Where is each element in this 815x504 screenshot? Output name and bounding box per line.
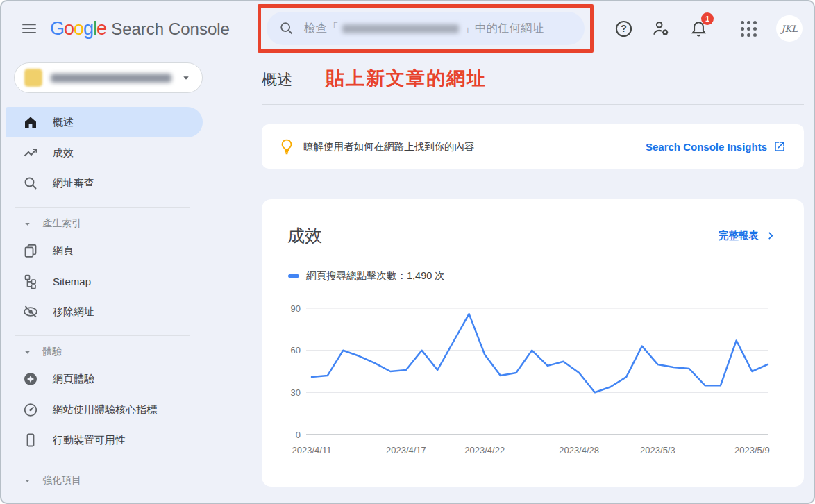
sidebar-item-performance[interactable]: 成效 bbox=[1, 137, 204, 168]
sidebar-section-experience[interactable]: 體驗 bbox=[1, 340, 204, 364]
section-label: 體驗 bbox=[42, 346, 62, 358]
app-logo[interactable]: Google Search Console bbox=[50, 18, 230, 40]
main-content: 概述 貼上新文章的網址 瞭解使用者如何在網路上找到你的內容 Search Con… bbox=[204, 56, 814, 487]
sidebar-section-indexing[interactable]: 產生索引 bbox=[1, 212, 204, 235]
sidebar-item-label: 網站使用體驗核心指標 bbox=[53, 403, 157, 417]
full-report-link[interactable]: 完整報表 bbox=[719, 229, 776, 242]
url-inspection-search-input[interactable]: 檢查「 」中的任何網址 bbox=[267, 12, 585, 45]
speedometer-icon bbox=[22, 401, 39, 418]
svg-text:2023/4/17: 2023/4/17 bbox=[386, 445, 426, 455]
legend-label: 網頁搜尋總點擊次數：1,490 次 bbox=[306, 269, 445, 283]
sitemap-tree-icon bbox=[22, 273, 39, 289]
google-apps-grid-icon[interactable] bbox=[739, 19, 758, 38]
manage-users-icon[interactable] bbox=[651, 19, 671, 38]
svg-text:2023/4/28: 2023/4/28 bbox=[559, 445, 599, 455]
search-console-insights-link[interactable]: Search Console Insights bbox=[646, 140, 786, 153]
lightbulb-icon bbox=[278, 137, 296, 156]
top-app-bar: Google Search Console 檢查「 」中的任何網址 ? bbox=[1, 1, 814, 56]
avatar-initials: JKL bbox=[781, 24, 798, 34]
sidebar-item-label: 移除網址 bbox=[53, 305, 94, 319]
home-icon bbox=[22, 114, 39, 131]
chevron-right-icon bbox=[764, 230, 776, 242]
search-placeholder: 檢查「 」中的任何網址 bbox=[304, 21, 544, 36]
product-name: Search Console bbox=[111, 19, 230, 39]
sidebar-divider bbox=[15, 207, 190, 208]
section-label: 強化項目 bbox=[42, 474, 81, 487]
insights-banner: 瞭解使用者如何在網路上找到你的內容 Search Console Insight… bbox=[262, 124, 804, 169]
account-avatar[interactable]: JKL bbox=[776, 15, 803, 42]
sidebar-item-label: 網頁體驗 bbox=[53, 373, 94, 386]
sidebar-item-label: 概述 bbox=[53, 116, 74, 129]
sidebar-item-overview[interactable]: 概述 bbox=[6, 107, 203, 137]
insights-text: 瞭解使用者如何在網路上找到你的內容 bbox=[303, 140, 475, 153]
sidebar-section-enhancements[interactable]: 強化項目 bbox=[1, 469, 204, 492]
magnifier-icon bbox=[22, 175, 39, 192]
svg-text:?: ? bbox=[621, 23, 627, 34]
sidebar-navigation: 概述 成效 網址審查 產生索引 bbox=[1, 56, 204, 492]
caret-down-icon bbox=[23, 476, 32, 485]
sidebar-divider bbox=[15, 335, 190, 336]
search-icon bbox=[279, 21, 294, 36]
sidebar-item-mobile-usability[interactable]: 行動裝置可用性 bbox=[1, 425, 204, 455]
svg-text:30: 30 bbox=[291, 387, 301, 398]
sidebar-item-sitemaps[interactable]: Sitemap bbox=[1, 266, 204, 296]
page-experience-icon bbox=[22, 371, 39, 387]
top-bar-actions: ? 1 bbox=[614, 15, 803, 42]
caret-down-icon bbox=[23, 348, 32, 357]
open-in-new-icon bbox=[773, 140, 786, 153]
sidebar-item-label: 行動裝置可用性 bbox=[53, 434, 126, 447]
smartphone-icon bbox=[22, 432, 39, 448]
svg-text:2023/5/9: 2023/5/9 bbox=[734, 445, 770, 455]
property-url-redacted bbox=[51, 74, 171, 83]
sidebar-item-removals[interactable]: 移除網址 bbox=[1, 296, 204, 327]
property-selector[interactable] bbox=[14, 62, 203, 93]
hamburger-menu-icon[interactable] bbox=[19, 19, 39, 38]
legend-swatch-clicks bbox=[288, 274, 299, 278]
annotation-text: 貼上新文章的網址 bbox=[326, 66, 487, 91]
svg-text:2023/4/11: 2023/4/11 bbox=[292, 445, 332, 455]
sidebar-divider bbox=[15, 464, 190, 464]
sidebar-item-label: 網址審查 bbox=[53, 177, 94, 190]
sidebar-item-label: Sitemap bbox=[53, 276, 91, 287]
sidebar-item-url-inspection[interactable]: 網址審查 bbox=[1, 168, 204, 199]
eye-off-icon bbox=[22, 303, 39, 320]
annotation-box-search: 檢查「 」中的任何網址 bbox=[258, 4, 594, 53]
sidebar-item-label: 成效 bbox=[53, 146, 74, 160]
svg-text:60: 60 bbox=[291, 345, 301, 355]
sidebar-item-page-experience[interactable]: 網頁體驗 bbox=[1, 364, 204, 394]
google-logo-word: Google bbox=[50, 18, 106, 40]
trending-up-icon bbox=[22, 144, 39, 161]
sidebar-item-core-web-vitals[interactable]: 網站使用體驗核心指標 bbox=[1, 394, 204, 425]
notifications-bell-icon[interactable]: 1 bbox=[689, 19, 708, 38]
performance-chart[interactable]: 90603002023/4/112023/4/172023/4/222023/4… bbox=[274, 296, 791, 467]
notification-count-badge: 1 bbox=[701, 12, 714, 25]
svg-text:90: 90 bbox=[291, 303, 301, 314]
pages-icon bbox=[22, 242, 39, 259]
help-icon[interactable]: ? bbox=[614, 19, 633, 38]
chevron-down-icon bbox=[180, 72, 192, 84]
sidebar-item-label: 網頁 bbox=[53, 244, 74, 258]
svg-text:2023/5/3: 2023/5/3 bbox=[640, 445, 675, 455]
page-title: 概述 bbox=[262, 69, 292, 90]
caret-down-icon bbox=[23, 219, 32, 228]
content-divider bbox=[262, 104, 804, 105]
property-favicon-redacted bbox=[24, 69, 42, 87]
svg-text:2023/4/22: 2023/4/22 bbox=[464, 445, 505, 455]
svg-text:0: 0 bbox=[296, 430, 301, 440]
performance-card: 成效 完整報表 網頁搜尋總點擊次數：1,490 次 90603002023/4/… bbox=[262, 199, 804, 487]
search-console-window: Google Search Console 檢查「 」中的任何網址 ? bbox=[0, 0, 815, 504]
sidebar-item-pages[interactable]: 網頁 bbox=[1, 235, 204, 266]
chart-legend: 網頁搜尋總點擊次數：1,490 次 bbox=[288, 269, 804, 283]
section-label: 產生索引 bbox=[42, 217, 81, 230]
performance-card-title: 成效 bbox=[287, 224, 322, 247]
redacted-property-url bbox=[342, 24, 459, 33]
